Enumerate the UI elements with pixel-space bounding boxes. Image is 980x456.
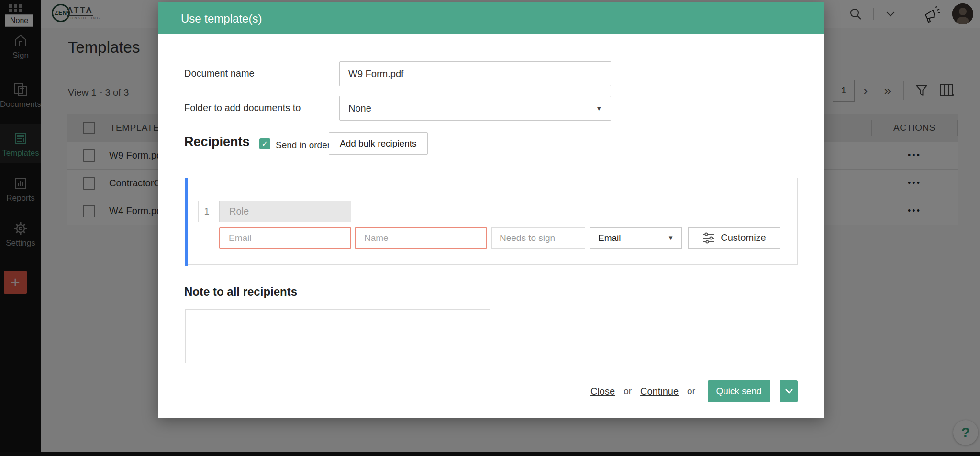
modal-header: Use template(s): [158, 2, 824, 34]
recipient-index: 1: [198, 201, 215, 222]
send-in-order-label: Send in order: [276, 140, 330, 150]
modal-footer: Close or Continue or Quick send: [158, 380, 798, 402]
or-text: or: [624, 386, 632, 397]
send-in-order-checkbox[interactable]: ✓: [259, 138, 270, 149]
caret-down-icon: ▼: [596, 105, 602, 112]
continue-button[interactable]: Continue: [640, 386, 679, 397]
note-heading: Note to all recipients: [184, 285, 297, 298]
close-button[interactable]: Close: [590, 386, 615, 397]
quick-send-button[interactable]: Quick send: [708, 380, 770, 402]
add-bulk-recipients-button[interactable]: Add bulk recipients: [329, 132, 428, 155]
folder-select-value: None: [348, 103, 371, 114]
recipient-email-input[interactable]: [219, 227, 351, 249]
note-wrapper: [185, 309, 490, 363]
caret-down-icon: ▼: [668, 234, 674, 241]
modal-title: Use template(s): [181, 12, 262, 25]
use-template-modal: Use template(s) Document name Folder to …: [158, 2, 824, 418]
recipient-card: 1 Role Needs to sign Email ▼: [185, 178, 798, 265]
folder-select[interactable]: None ▼: [339, 96, 611, 121]
quick-send-dropdown-button[interactable]: [780, 380, 798, 402]
note-textarea[interactable]: [185, 309, 490, 363]
screen: ZEN ATTA CONSULTING: [0, 0, 980, 456]
customize-button[interactable]: Customize: [688, 227, 780, 249]
recipient-accent-bar: [185, 178, 188, 266]
document-name-input[interactable]: [339, 61, 611, 86]
folder-label: Folder to add documents to: [184, 103, 301, 114]
check-icon: ✓: [262, 139, 268, 148]
needs-to-sign-field[interactable]: Needs to sign: [491, 227, 585, 249]
chevron-down-icon: [785, 388, 793, 394]
recipients-heading: Recipients: [184, 135, 250, 149]
sliders-icon: [702, 232, 715, 244]
delivery-method-select[interactable]: Email ▼: [590, 227, 682, 249]
or-text: or: [687, 386, 695, 397]
recipient-name-input[interactable]: [355, 227, 487, 249]
document-name-label: Document name: [184, 68, 255, 79]
role-field[interactable]: Role: [219, 201, 351, 222]
